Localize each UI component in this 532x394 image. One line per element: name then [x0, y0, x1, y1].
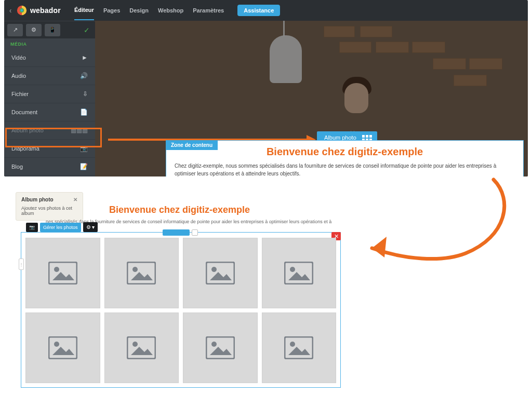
sidebar-item-video[interactable]: Vidéo ►: [4, 49, 95, 67]
svg-marker-18: [52, 347, 74, 355]
svg-rect-7: [127, 262, 155, 284]
sidebar-item-album-photo[interactable]: Album photo ▦▦▦: [4, 121, 95, 140]
editor-subbar: ↗ ⚙ 📱 ✓: [4, 21, 95, 38]
page-title: Bienvenue chez digitiz-exemple: [109, 205, 250, 215]
brand[interactable]: webador: [17, 5, 61, 16]
nav-design[interactable]: Design: [129, 1, 149, 20]
settings-button[interactable]: ⚙: [26, 24, 42, 36]
nav-pages[interactable]: Pages: [103, 1, 120, 20]
photo-placeholder[interactable]: [104, 313, 179, 383]
svg-point-20: [132, 342, 138, 347]
back-button[interactable]: ‹: [4, 6, 17, 15]
album-settings-button[interactable]: ⚙ ▾: [83, 222, 98, 232]
svg-marker-27: [288, 347, 310, 355]
svg-point-5: [54, 267, 59, 272]
saved-check-icon: ✓: [84, 26, 90, 34]
svg-marker-3: [372, 237, 387, 257]
sidebar-item-diaporama[interactable]: Diaporama 📷: [4, 140, 95, 158]
svg-point-8: [132, 267, 138, 272]
document-icon: 📄: [80, 108, 88, 116]
svg-rect-4: [49, 262, 77, 284]
svg-point-2: [21, 9, 23, 11]
logo-icon: [17, 5, 27, 16]
svg-rect-19: [127, 337, 155, 359]
app-header: ‹ webador Éditeur Pages Design Webshop P…: [4, 0, 528, 21]
svg-marker-9: [131, 272, 153, 280]
photo-placeholder[interactable]: [25, 313, 100, 383]
tooltip-title: Album photo: [21, 197, 54, 202]
album-tooltip: Album photo ✕ Ajoutez vos photos à cet a…: [16, 192, 83, 221]
sidebar-item-audio[interactable]: Audio 🔊: [4, 67, 95, 85]
svg-marker-21: [131, 347, 153, 355]
slideshow-icon: 📷: [80, 145, 88, 152]
svg-rect-16: [49, 337, 77, 359]
brand-text: webador: [30, 6, 61, 15]
photo-placeholder[interactable]: [183, 238, 258, 308]
photo-placeholder[interactable]: [25, 238, 100, 308]
svg-point-23: [211, 342, 217, 347]
content-zone[interactable]: Zone de contenu Bienvenue chez digitiz-e…: [166, 140, 524, 176]
image-icon: 📷: [29, 225, 35, 230]
resize-handle-top[interactable]: [163, 229, 199, 236]
resize-handle-left[interactable]: ⋮: [19, 259, 24, 270]
mobile-preview-button[interactable]: 📱: [45, 24, 60, 36]
tooltip-close-icon[interactable]: ✕: [73, 197, 77, 202]
svg-point-14: [290, 267, 295, 272]
photo-placeholder[interactable]: [104, 238, 179, 308]
editor-top-panel: ‹ webador Éditeur Pages Design Webshop P…: [4, 0, 528, 176]
nav-editeur[interactable]: Éditeur: [74, 1, 94, 20]
video-icon: ►: [82, 54, 88, 61]
open-external-button[interactable]: ↗: [7, 24, 23, 36]
photo-grid: [25, 238, 336, 383]
editor-bottom-panel: Album photo ✕ Ajoutez vos photos à cet a…: [16, 192, 353, 389]
svg-marker-15: [288, 272, 310, 280]
grid-icon: ▦▦▦: [71, 127, 88, 134]
annotation-arrow-2: [364, 175, 514, 264]
top-nav: Éditeur Pages Design Webshop Paramètres …: [74, 1, 280, 20]
svg-point-11: [211, 267, 217, 272]
page-title: Bienvenue chez digitiz-exemple: [175, 146, 515, 158]
svg-rect-25: [285, 337, 313, 359]
speaker-icon: 🔊: [80, 72, 88, 79]
tooltip-body: Ajoutez vos photos à cet album: [21, 206, 77, 216]
nav-webshop[interactable]: Webshop: [158, 1, 183, 20]
nav-parametres[interactable]: Paramètres: [193, 1, 224, 20]
manage-photos-button[interactable]: Gérer les photos: [40, 223, 81, 232]
album-widget[interactable]: ✕ ⋮: [21, 232, 341, 388]
album-toolbar: 📷 Gérer les photos ⚙ ▾: [26, 222, 98, 232]
download-icon: ⇩: [83, 90, 88, 98]
zone-tag: Zone de contenu: [166, 140, 218, 150]
sidebar-item-blog[interactable]: Blog 📝: [4, 158, 95, 176]
widgets-sidebar: MÉDIA Vidéo ► Audio 🔊 Fichier ⇩ Document…: [4, 38, 95, 176]
svg-rect-13: [285, 262, 313, 284]
svg-point-26: [290, 342, 295, 347]
page-intro-text: Chez digitiz-exemple, nous sommes spécia…: [175, 162, 515, 176]
svg-rect-10: [206, 262, 234, 284]
upload-button[interactable]: 📷: [26, 223, 38, 232]
photo-placeholder[interactable]: [262, 313, 337, 383]
svg-marker-24: [210, 347, 232, 355]
sidebar-item-document[interactable]: Document 📄: [4, 103, 95, 121]
sidebar-item-fichier[interactable]: Fichier ⇩: [4, 85, 95, 103]
photo-placeholder[interactable]: [183, 313, 258, 383]
sidebar-heading: MÉDIA: [4, 38, 95, 49]
nav-assistance[interactable]: Assistance: [237, 5, 280, 16]
svg-rect-22: [206, 337, 234, 359]
svg-point-17: [54, 342, 59, 347]
photo-placeholder[interactable]: [262, 238, 337, 308]
blog-icon: 📝: [80, 163, 88, 170]
svg-marker-12: [210, 272, 232, 280]
svg-marker-6: [52, 272, 74, 280]
